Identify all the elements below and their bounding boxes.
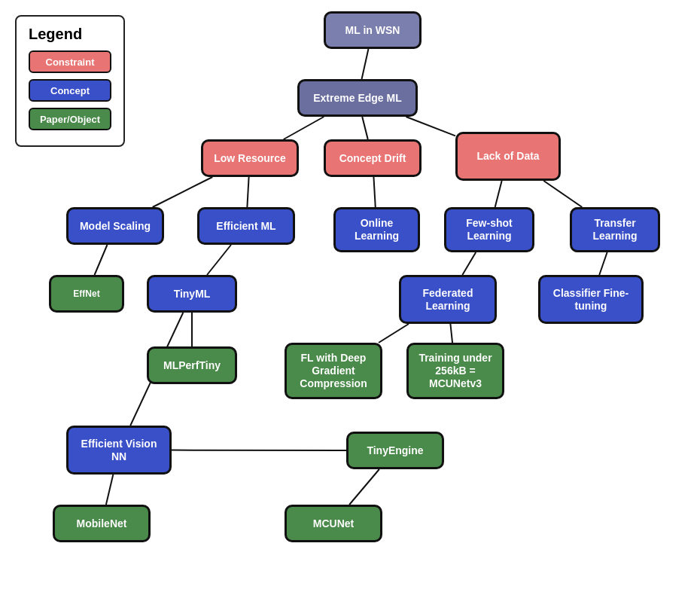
node-effnet: EffNet	[49, 275, 124, 313]
svg-line-1	[284, 117, 324, 139]
svg-line-7	[495, 181, 502, 207]
legend-item-concept: Concept	[29, 79, 111, 102]
node-mcunet: MCUNet	[285, 505, 382, 542]
legend-item-constraint: Constraint	[29, 50, 111, 73]
node-federated: Federated Learning	[399, 275, 497, 324]
svg-line-11	[207, 245, 231, 275]
legend-box-paper: Paper/Object	[29, 108, 111, 130]
node-concept_drift: Concept Drift	[324, 139, 422, 177]
node-extreme_edge: Extreme Edge ML	[297, 79, 418, 117]
svg-line-19	[349, 469, 379, 505]
legend: Legend Constraint Concept Paper/Object	[15, 15, 125, 147]
diagram-container: ML in WSNExtreme Edge MLLow ResourceConc…	[0, 0, 700, 589]
node-tinyml: TinyML	[147, 275, 237, 313]
legend-box-constraint: Constraint	[29, 50, 111, 73]
node-fl_deep: FL with Deep Gradient Compression	[285, 343, 382, 399]
svg-line-5	[247, 177, 248, 207]
legend-item-paper: Paper/Object	[29, 108, 111, 130]
svg-line-17	[106, 475, 113, 505]
legend-box-concept: Concept	[29, 79, 111, 102]
svg-line-3	[406, 117, 455, 136]
node-training_256: Training under 256kB = MCUNetv3	[406, 343, 504, 399]
svg-line-0	[362, 49, 369, 79]
node-transfer: Transfer Learning	[570, 207, 660, 252]
node-mlperftiny: MLPerfTiny	[147, 346, 237, 384]
svg-line-8	[543, 181, 582, 207]
node-low_resource: Low Resource	[201, 139, 299, 177]
node-ml_wsn: ML in WSN	[324, 11, 422, 49]
legend-title: Legend	[29, 26, 111, 43]
node-online_learning: Online Learning	[333, 207, 420, 252]
node-efficient_vision: Efficient Vision NN	[66, 426, 172, 475]
node-tinyengine: TinyEngine	[346, 432, 444, 469]
node-classifier: Classifier Fine- tuning	[538, 275, 644, 324]
node-efficient_ml: Efficient ML	[197, 207, 295, 245]
svg-line-2	[362, 117, 368, 139]
node-mobilenet: MobileNet	[53, 505, 151, 542]
svg-line-10	[599, 252, 607, 275]
svg-line-4	[153, 177, 213, 207]
node-few_shot: Few-shot Learning	[444, 207, 534, 252]
node-lack_of_data: Lack of Data	[455, 132, 561, 181]
svg-line-15	[450, 324, 452, 343]
svg-line-12	[95, 245, 108, 275]
svg-line-9	[462, 252, 476, 275]
node-model_scaling: Model Scaling	[66, 207, 164, 245]
svg-line-14	[379, 324, 409, 343]
svg-line-6	[373, 177, 375, 207]
